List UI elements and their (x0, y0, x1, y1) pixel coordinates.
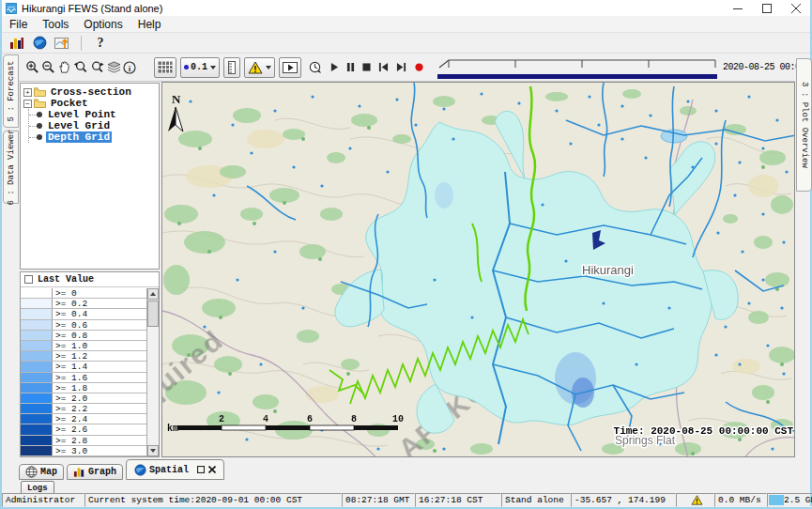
globe-explorer-icon[interactable] (31, 35, 48, 51)
legend-swatch (21, 299, 53, 308)
zoom-out-icon[interactable] (41, 59, 55, 75)
legend-row[interactable]: >= 2.8 (21, 436, 146, 446)
play-button[interactable] (330, 60, 339, 75)
menu-options[interactable]: Options (76, 18, 130, 31)
legend-swatch (21, 341, 53, 350)
window-title: Hikurangi FEWS (Stand alone) (22, 3, 162, 14)
svg-text:8: 8 (351, 414, 357, 424)
legend-label: >= 1.6 (53, 373, 87, 382)
legend-row[interactable]: >= 3.2 (21, 456, 146, 457)
legend-row[interactable]: >= 3.0 (21, 446, 146, 456)
status-coordinates: -35.657 , 174.199 (571, 493, 676, 507)
step-forward-button[interactable] (396, 60, 406, 75)
warning-dropdown[interactable] (244, 57, 275, 78)
maximize-tab-icon[interactable] (197, 466, 205, 473)
legend-row[interactable]: >= 0.2 (21, 299, 146, 309)
node-bullet-icon (37, 123, 42, 129)
tab-map[interactable]: Map (19, 464, 64, 480)
sidebar-tab-plot-overview[interactable]: 3 : Plot Overview (796, 58, 812, 192)
legend-row[interactable]: >= 2.4 (21, 414, 146, 424)
tree-item-depth-grid[interactable]: Depth Grid (29, 131, 159, 143)
scrollbar-thumb[interactable] (147, 301, 159, 327)
last-value-checkbox[interactable] (24, 275, 33, 284)
legend-swatch (21, 362, 53, 371)
status-warning-cell[interactable] (676, 493, 714, 507)
svg-text:km: km (167, 424, 178, 434)
scroll-down-button[interactable] (147, 445, 159, 456)
menu-file[interactable]: File (2, 18, 35, 31)
layers-icon[interactable] (107, 59, 121, 75)
info-icon[interactable]: i (123, 59, 136, 75)
legend-swatch (21, 309, 53, 318)
tree-item-cross-section[interactable]: + Cross-section (23, 86, 159, 98)
legend-panel: Last Value >= 0>= 0.2>= 0.4>= 0.6>= 0.8>… (20, 271, 160, 457)
tree-item-pocket[interactable]: − Pocket (23, 98, 159, 109)
map-time-label: Time: 2020-08-25 00:00:00 CST (614, 425, 794, 437)
zoom-next-icon[interactable] (90, 59, 105, 75)
tree-item-level-grid[interactable]: Level Grid (29, 120, 159, 131)
legend-row[interactable]: >= 0.4 (21, 309, 146, 319)
zoom-previous-icon[interactable] (73, 59, 88, 75)
legend-row[interactable]: >= 1.4 (21, 362, 146, 372)
timeline-slider[interactable] (437, 56, 717, 79)
legend-swatch (21, 456, 53, 457)
legend-row[interactable]: >= 1.6 (21, 373, 146, 383)
status-local-time: 16:27:18 CST (415, 493, 501, 507)
legend-row[interactable]: >= 1.0 (21, 341, 146, 351)
scalebar-button[interactable] (223, 57, 240, 78)
map-canvas[interactable]: API Key Required API Key Required (161, 82, 795, 457)
legend-table: >= 0>= 0.2>= 0.4>= 0.6>= 0.8>= 1.0>= 1.2… (21, 288, 146, 456)
legend-row[interactable]: >= 0.8 (21, 331, 146, 341)
step-back-button[interactable] (378, 60, 389, 75)
app-icon (6, 3, 17, 14)
collapse-icon[interactable]: − (23, 100, 32, 108)
close-tab-icon[interactable] (208, 466, 216, 473)
set-time-icon[interactable] (308, 59, 322, 75)
menu-help[interactable]: Help (130, 18, 169, 31)
help-button[interactable]: ? (92, 35, 109, 51)
legend-swatch (21, 373, 53, 382)
menu-bar: File Tools Options Help (2, 16, 810, 33)
bottom-tab-bar: Map Graph Spatial (19, 459, 227, 480)
menu-tools[interactable]: Tools (35, 18, 76, 31)
pause-button[interactable] (346, 60, 355, 75)
maximize-button[interactable] (752, 0, 781, 16)
legend-row[interactable]: >= 2.2 (21, 404, 146, 414)
close-button[interactable] (781, 0, 810, 16)
sidebar-tab-data-viewer[interactable]: 6 : Data Viewer (3, 131, 19, 204)
log-browser-icon[interactable] (8, 35, 25, 51)
tree-item-level-point[interactable]: Level Point (29, 109, 159, 120)
legend-header: Last Value (21, 272, 159, 287)
animation-button[interactable] (279, 57, 301, 78)
zoom-in-icon[interactable] (25, 59, 39, 75)
svg-text:10: 10 (392, 414, 404, 424)
tab-spatial[interactable]: Spatial (126, 459, 224, 480)
tab-graph[interactable]: Graph (67, 464, 123, 480)
status-bar: Administrator Current system time:2020-0… (2, 493, 810, 507)
spatial-display-icon[interactable] (54, 35, 70, 51)
legend-label: >= 0.2 (53, 299, 87, 308)
legend-row[interactable]: >= 1.8 (21, 383, 146, 393)
grid-display-button[interactable] (154, 57, 176, 78)
sidebar-tab-forecast[interactable]: 5 : Forecast (3, 54, 19, 128)
legend-swatch (21, 414, 53, 424)
tree-item-label: Cross-section (49, 86, 133, 98)
scroll-up-button[interactable] (147, 288, 159, 300)
stop-button[interactable] (362, 60, 371, 75)
legend-row[interactable]: >= 2.0 (21, 393, 146, 404)
bar-chart-icon (73, 467, 85, 478)
status-mode: Stand alone (501, 493, 571, 507)
expand-icon[interactable]: + (23, 88, 32, 97)
minimize-button[interactable] (723, 0, 752, 16)
sidebar-tab-label: 6 : Data Viewer (7, 129, 16, 205)
legend-scrollbar[interactable] (146, 288, 159, 456)
legend-row[interactable]: >= 2.6 (21, 424, 146, 435)
legend-row[interactable]: >= 0 (21, 288, 146, 299)
pan-icon[interactable] (57, 59, 71, 75)
toolbar-separator (81, 36, 82, 51)
legend-label: >= 2.2 (53, 404, 87, 413)
record-button[interactable] (414, 60, 424, 75)
interval-dropdown[interactable]: 0.1 (180, 57, 220, 78)
legend-row[interactable]: >= 0.6 (21, 320, 146, 331)
legend-row[interactable]: >= 1.2 (21, 351, 146, 362)
